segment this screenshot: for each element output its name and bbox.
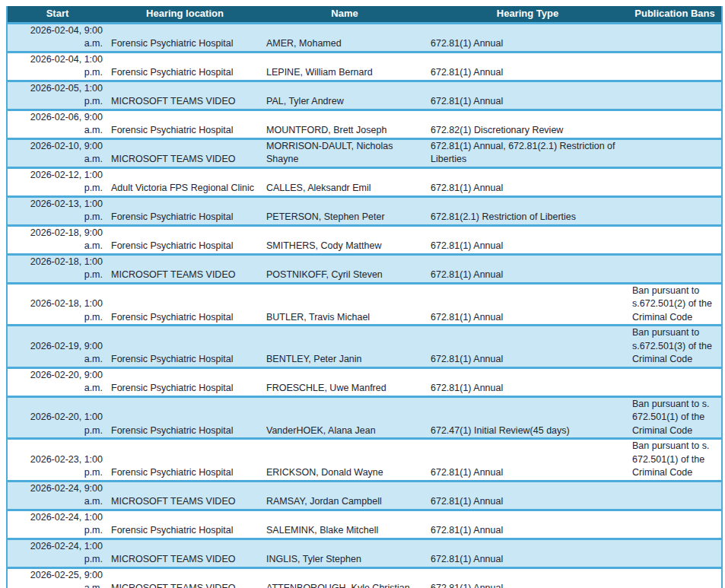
cell-start: 2026-02-24, 1:00 p.m. [7,510,107,539]
hearings-table: StartHearing locationNameHearing TypePub… [6,6,723,588]
table-row: 2026-02-24, 1:00 p.m.Forensic Psychiatri… [7,510,722,539]
table-row: 2026-02-18, 9:00 a.m.Forensic Psychiatri… [7,225,722,254]
cell-name: PETERSON, Stephen Peter [262,196,427,225]
cell-start: 2026-02-04, 1:00 p.m. [7,52,107,81]
cell-location: MICROSOFT TEAMS VIDEO [107,138,262,167]
table-row: 2026-02-04, 9:00 a.m.Forensic Psychiatri… [7,23,722,52]
table-row: 2026-02-18, 1:00 p.m.MICROSOFT TEAMS VID… [7,254,722,283]
cell-location: MICROSOFT TEAMS VIDEO [107,481,262,510]
cell-type: 672.81(1) Annual [427,283,628,326]
cell-type: 672.81(1) Annual [427,539,628,567]
table-row: 2026-02-12, 1:00 p.m.Adult Victoria FPS … [7,167,722,196]
cell-location: MICROSOFT TEAMS VIDEO [107,539,262,567]
cell-name: BENTLEY, Peter Janin [262,326,427,368]
table-row: 2026-02-25, 9:00 a.m.MICROSOFT TEAMS VID… [7,567,722,588]
cell-type: 672.81(1) Annual [427,52,628,81]
table-row: 2026-02-23, 1:00 p.m.Forensic Psychiatri… [7,439,722,482]
table-row: 2026-02-24, 1:00 p.m.MICROSOFT TEAMS VID… [7,539,722,567]
cell-bans [628,510,722,539]
cell-location: Forensic Psychiatric Hospital [107,110,262,138]
cell-bans: Ban pursuant to s. 672.501(1) of the Cri… [628,396,722,439]
header-cell-name: Name [262,6,427,23]
cell-name: LEPINE, William Bernard [262,52,427,81]
cell-bans [628,81,722,110]
header-cell-type: Hearing Type [427,6,628,23]
cell-start: 2026-02-05, 1:00 p.m. [7,81,107,110]
table-row: 2026-02-06, 9:00 a.m.Forensic Psychiatri… [7,110,722,138]
table-row: 2026-02-05, 1:00 p.m.MICROSOFT TEAMS VID… [7,81,722,110]
cell-name: FROESCHLE, Uwe Manfred [262,367,427,396]
cell-bans [628,196,722,225]
cell-name: BUTLER, Travis Michael [262,283,427,326]
cell-bans [628,481,722,510]
cell-start: 2026-02-25, 9:00 a.m. [7,567,107,588]
cell-start: 2026-02-04, 9:00 a.m. [7,23,107,52]
cell-type: 672.81(1) Annual [427,510,628,539]
cell-start: 2026-02-13, 1:00 p.m. [7,196,107,225]
cell-bans [628,254,722,283]
cell-name: RAMSAY, Jordan Campbell [262,481,427,510]
cell-name: VanderHOEK, Alana Jean [262,396,427,439]
cell-bans [628,539,722,567]
cell-type: 672.81(1) Annual [427,326,628,368]
cell-location: Forensic Psychiatric Hospital [107,396,262,439]
cell-location: Forensic Psychiatric Hospital [107,326,262,368]
table-row: 2026-02-13, 1:00 p.m.Forensic Psychiatri… [7,196,722,225]
table-row: 2026-02-10, 9:00 a.m.MICROSOFT TEAMS VID… [7,138,722,167]
cell-location: Adult Victoria FPS Regional Clinic [107,167,262,196]
cell-bans [628,138,722,167]
cell-location: Forensic Psychiatric Hospital [107,196,262,225]
cell-type: 672.81(1) Annual [427,254,628,283]
table-row: 2026-02-18, 1:00 p.m.Forensic Psychiatri… [7,283,722,326]
cell-type: 672.81(1) Annual [427,439,628,482]
cell-location: Forensic Psychiatric Hospital [107,283,262,326]
cell-type: 672.81(1) Annual, 672.81(2.1) Restrictio… [427,138,628,167]
cell-bans [628,110,722,138]
table-body: 2026-02-04, 9:00 a.m.Forensic Psychiatri… [7,23,722,588]
cell-name: ERICKSON, Donald Wayne [262,439,427,482]
cell-location: Forensic Psychiatric Hospital [107,439,262,482]
cell-start: 2026-02-06, 9:00 a.m. [7,110,107,138]
cell-name: INGLIS, Tyler Stephen [262,539,427,567]
cell-location: MICROSOFT TEAMS VIDEO [107,254,262,283]
cell-location: Forensic Psychiatric Hospital [107,225,262,254]
cell-start: 2026-02-23, 1:00 p.m. [7,439,107,482]
cell-bans [628,167,722,196]
cell-type: 672.81(1) Annual [427,81,628,110]
cell-start: 2026-02-18, 1:00 p.m. [7,283,107,326]
cell-name: SMITHERS, Cody Matthew [262,225,427,254]
cell-bans [628,52,722,81]
cell-name: MORRISON-DAULT, Nicholas Shayne [262,138,427,167]
cell-start: 2026-02-24, 9:00 a.m. [7,481,107,510]
cell-location: MICROSOFT TEAMS VIDEO [107,81,262,110]
cell-start: 2026-02-20, 9:00 a.m. [7,367,107,396]
cell-bans [628,567,722,588]
cell-type: 672.47(1) Initial Review(45 days) [427,396,628,439]
cell-type: 672.81(1) Annual [427,567,628,588]
cell-bans [628,23,722,52]
header-cell-location: Hearing location [107,6,262,23]
cell-name: PAL, Tyler Andrew [262,81,427,110]
cell-start: 2026-02-18, 9:00 a.m. [7,225,107,254]
cell-type: 672.82(1) Discretionary Review [427,110,628,138]
cell-name: POSTNIKOFF, Cyril Steven [262,254,427,283]
cell-start: 2026-02-12, 1:00 p.m. [7,167,107,196]
cell-start: 2026-02-18, 1:00 p.m. [7,254,107,283]
cell-location: Forensic Psychiatric Hospital [107,23,262,52]
table-header: StartHearing locationNameHearing TypePub… [7,6,722,23]
cell-type: 672.81(1) Annual [427,367,628,396]
cell-location: Forensic Psychiatric Hospital [107,367,262,396]
cell-start: 2026-02-10, 9:00 a.m. [7,138,107,167]
cell-type: 672.81(2.1) Restriction of Liberties [427,196,628,225]
cell-location: Forensic Psychiatric Hospital [107,510,262,539]
cell-type: 672.81(1) Annual [427,167,628,196]
hearing-schedule-page: StartHearing locationNameHearing TypePub… [0,0,725,588]
cell-location: Forensic Psychiatric Hospital [107,52,262,81]
cell-start: 2026-02-20, 1:00 p.m. [7,396,107,439]
cell-bans [628,367,722,396]
header-cell-bans: Publication Bans [628,6,722,23]
header-row: StartHearing locationNameHearing TypePub… [7,6,722,23]
cell-start: 2026-02-24, 1:00 p.m. [7,539,107,567]
cell-bans: Ban pursuant to s.672.501(3) of the Crim… [628,326,722,368]
cell-name: MOUNTFORD, Brett Joseph [262,110,427,138]
